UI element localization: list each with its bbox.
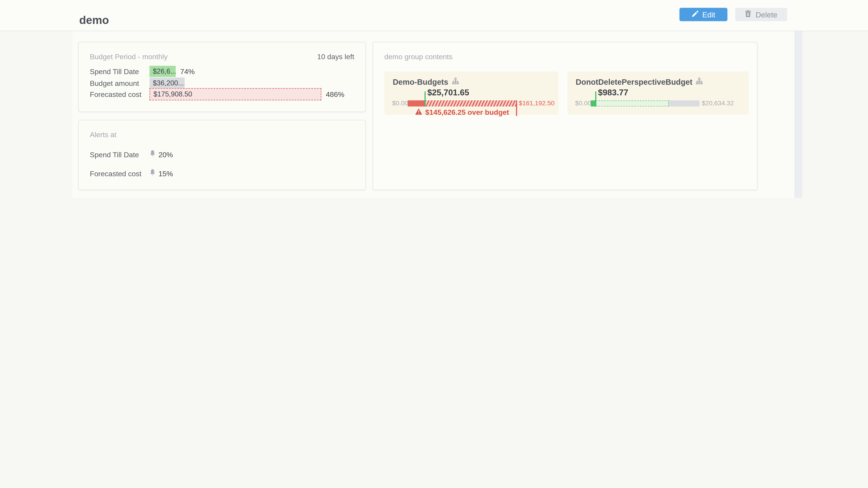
edit-button-label: Edit (702, 10, 715, 19)
budget-period-row: Budget amount$36,200.... (90, 77, 185, 89)
metric-label: Forecasted cost (90, 169, 149, 177)
budget-progress-bar (408, 100, 517, 106)
budget-current-value: $983.77 (598, 88, 628, 97)
alert-threshold: 15% (158, 169, 173, 177)
percentage-label: 486% (326, 90, 344, 98)
page: demo Edit Delete Budget Period - monthly… (0, 0, 868, 198)
budget-current-value: $25,701.65 (427, 88, 469, 97)
page-title: demo (79, 14, 109, 27)
budget-bar-max: $20,634.32 (702, 100, 734, 107)
pencil-icon (692, 10, 699, 19)
budget-period-title: Budget Period - monthly (90, 53, 167, 61)
group-contents-card: demo group contents Demo-Budgets$25,701.… (373, 42, 758, 190)
alert-row: Spend Till Date20% (90, 149, 173, 159)
budget-period-row: Forecasted cost$175,908.50486% (90, 89, 344, 100)
spend-marker (595, 92, 596, 107)
hierarchy-icon (696, 77, 703, 86)
value-chip: $175,908.50 (149, 88, 321, 100)
value-chip: $26,6... (149, 66, 176, 77)
over-budget-alert: $145,626.25 over budget (408, 108, 517, 117)
group-contents-title: demo group contents (384, 53, 452, 61)
page-header: demo Edit Delete (0, 0, 868, 31)
days-left-label: 10 days left (317, 53, 354, 61)
alert-row: Forecasted cost15% (90, 168, 173, 178)
warning-icon (415, 108, 423, 117)
alerts-card: Alerts at Spend Till Date20%Forecasted c… (78, 120, 366, 190)
delete-button[interactable]: Delete (735, 8, 787, 21)
edit-button[interactable]: Edit (680, 8, 727, 21)
alerts-title: Alerts at (90, 130, 116, 139)
metric-label: Spend Till Date (90, 67, 149, 75)
budget-name: DonotDeletePerspectiveBudget (576, 77, 703, 86)
spend-marker (425, 92, 426, 107)
budget-bar-min: $0.00 (575, 100, 591, 107)
value-chip: $36,200.... (149, 77, 184, 89)
hierarchy-icon (452, 77, 459, 86)
budget-mini-card[interactable]: DonotDeletePerspectiveBudget$983.77$0.00… (567, 71, 749, 115)
bell-icon (149, 168, 156, 178)
metric-label: Spend Till Date (90, 150, 149, 159)
metric-label: Forecasted cost (90, 90, 149, 98)
budget-period-row: Spend Till Date$26,6...74% (90, 66, 195, 77)
alert-threshold: 20% (158, 150, 173, 159)
delete-button-label: Delete (756, 10, 777, 19)
trash-icon (745, 10, 752, 19)
budget-mini-card[interactable]: Demo-Budgets$25,701.65$0.00$161,192.50$1… (384, 71, 558, 115)
percentage-label: 74% (180, 67, 195, 75)
scrollbar-track[interactable] (794, 31, 802, 198)
budget-bar-min: $0.00 (392, 100, 408, 107)
bell-icon (149, 149, 156, 159)
budget-progress-bar (591, 100, 700, 106)
budget-name: Demo-Budgets (393, 77, 459, 86)
budget-bar-max: $161,192.50 (519, 100, 555, 107)
metric-label: Budget amount (90, 79, 149, 87)
budget-period-card: Budget Period - monthly 10 days left Spe… (78, 42, 366, 112)
